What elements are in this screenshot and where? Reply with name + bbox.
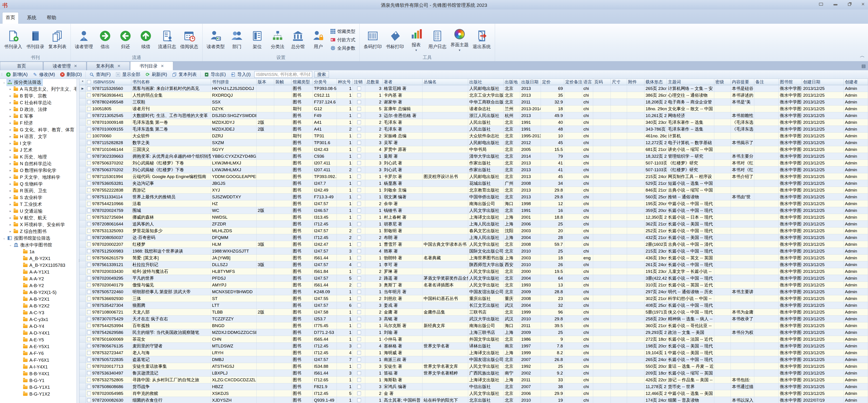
collapse-icon[interactable]: ⌄ [1, 80, 7, 84]
column-header-author[interactable]: 著者 [383, 79, 423, 85]
cancel-checkbox[interactable] [357, 236, 361, 239]
row-checkbox[interactable] [87, 100, 91, 104]
toolbar-grip[interactable]: ⁞ [1, 72, 2, 76]
tab-list-icon[interactable]: ▤ [862, 63, 866, 69]
sidebar-class-J[interactable]: ▸J 艺术 [0, 146, 76, 154]
row-checkbox[interactable] [87, 378, 91, 382]
cancel-checkbox[interactable] [357, 385, 361, 389]
table-row[interactable]: 9787501600069茶花女CHN图书I565.4411小仲马 著外国文学出… [80, 336, 868, 343]
ribbon-button-circulation-log[interactable]: 流通日志 [156, 29, 178, 51]
row-checkbox[interactable] [87, 331, 91, 334]
row-checkbox[interactable] [87, 385, 91, 389]
column-header-name[interactable]: 书刊名称 [131, 79, 211, 85]
table-row[interactable]: 9787552222838西游记XYJ图书I242.4911刘敬余 主编北京教育… [80, 187, 868, 194]
cancel-checkbox[interactable] [357, 229, 361, 233]
close-tab-icon[interactable]: ✕ [117, 64, 121, 68]
cancel-checkbox[interactable] [357, 331, 361, 334]
ribbon-button-payment-method[interactable]: 付款方式 [331, 37, 355, 43]
table-row[interactable]: 9787101046144三国演义SGYY图书I242.4314罗贯中 原著中华… [80, 146, 868, 153]
column-header-size[interactable]: 尺寸 [611, 79, 627, 85]
sidebar-shelf-A-C-Y3[interactable]: A-C-Y3 [0, 309, 76, 316]
restore-icon[interactable] [848, 3, 851, 6]
ribbon-button-borrow-status[interactable]: 借阅状态 [178, 29, 200, 51]
sidebar-class-S[interactable]: ▸S 农业科学 [0, 194, 76, 201]
column-header-place[interactable]: 出版地 [504, 79, 520, 85]
ribbon-button-return[interactable]: 归还 [116, 29, 135, 51]
expand-icon[interactable]: ▸ [8, 114, 13, 118]
tab-copy-list[interactable]: 复本列表✕ [87, 62, 130, 70]
row-checkbox[interactable] [87, 276, 91, 280]
cancel-checkbox[interactable] [357, 337, 361, 341]
table-row[interactable]: 9787805676135麦田里的守望者MTLDSWZ图书I712.4534塞林… [80, 343, 868, 349]
sidebar-class-D[interactable]: ▸D 政治、法律 [0, 106, 76, 113]
ribbon-button-user-log[interactable]: 用户日志 [427, 29, 448, 51]
table-row[interactable]: 9787505722835盗墓笔记DMBJ图书I247.5771南派三叔 著中国… [80, 356, 868, 363]
table-row[interactable]: 9787536340497鲁滨逊漂流记LBXPLJ图书I561.4431笛福 著… [80, 370, 868, 376]
sidebar-class-N[interactable]: ▸N 自然科学总论 [0, 160, 76, 167]
row-checkbox[interactable] [87, 297, 91, 300]
table-row[interactable]: 9787020002207红楼梦HLM3版图书I242.4711曹雪芹 著中国古… [80, 241, 868, 248]
table-row[interactable]: 9787535427304狼图腾LTT图书I247.5763姜戎 著长江文艺出版… [80, 302, 868, 309]
row-checkbox[interactable] [87, 256, 91, 260]
row-checkbox[interactable] [87, 121, 91, 124]
sidebar-class-F[interactable]: ▸F 经济 [0, 120, 76, 126]
ribbon-button-lend[interactable]: 借出 [95, 29, 115, 51]
tab-book-catalog[interactable]: 书刊目录✕ [130, 62, 173, 70]
expand-icon[interactable]: ▸ [8, 169, 13, 172]
cancel-checkbox[interactable] [357, 371, 361, 375]
cancel-checkbox[interactable] [357, 141, 361, 144]
expand-icon[interactable]: ▸ [8, 148, 13, 152]
row-checkbox[interactable] [87, 154, 91, 158]
expand-icon[interactable]: ▸ [8, 196, 13, 199]
sidebar-shelf-A-B-Y2X1[interactable]: A-B-Y2X1 [0, 296, 76, 302]
row-checkbox[interactable] [87, 168, 91, 172]
sidebar-shelf-B-B-Y4X1[interactable]: B-B-Y4X1 [0, 370, 76, 377]
sidebar-shelf-A-E-Y5[interactable]: A-E-Y5 [0, 336, 76, 343]
menu-system[interactable]: 系统 [24, 13, 39, 23]
table-row[interactable]: ▶9787115326560黑客与画家: 来自计算机时代的高见HKYHJ:LZJ… [80, 85, 868, 92]
cancel-checkbox[interactable] [357, 127, 361, 131]
cancel-checkbox[interactable] [357, 242, 361, 246]
sidebar-shelf-B-G-Y1X1[interactable]: B-G-Y1X1 [0, 384, 76, 391]
cancel-checkbox[interactable] [357, 107, 361, 111]
column-header-classno[interactable]: 分类号 [313, 79, 337, 85]
column-header-qty[interactable]: 总数量 [365, 79, 383, 85]
expand-icon[interactable]: ▸ [8, 135, 13, 138]
sidebar-class-K[interactable]: ▸K 历史、地理 [0, 154, 76, 160]
row-checkbox[interactable] [87, 242, 91, 246]
table-row[interactable]: 9787020024759围城WC2版图书I246.5711钱锺书 著人民文学出… [80, 207, 868, 214]
expand-icon[interactable]: ▸ [8, 128, 13, 132]
ribbon-button-reader-management[interactable]: 读者管理 [73, 29, 95, 51]
expand-icon[interactable]: ▸ [8, 175, 13, 179]
row-checkbox[interactable] [87, 269, 91, 273]
table-row[interactable]: 9787020049295平凡的世界PFDSJ图书I247.5752路遥 著茅盾… [80, 275, 868, 282]
ribbon-collapse-icon[interactable]: ︿ [860, 53, 865, 59]
row-checkbox[interactable] [87, 290, 91, 294]
cancel-checkbox[interactable] [357, 276, 361, 280]
sidebar-shelf-A_B-Y2X1[interactable]: A_B-Y2X1 [0, 255, 76, 262]
menu-help[interactable]: 帮助 [43, 13, 59, 23]
sidebar-shelf-A-E-Y5X1[interactable]: A-E-Y5X1 [0, 343, 76, 350]
column-header-series[interactable]: 丛编名 [423, 79, 468, 85]
row-checkbox[interactable] [87, 364, 91, 368]
sidebar-shelf-A-I-Y4X1[interactable]: A-I-Y4X1 [0, 364, 76, 370]
column-header-publisher[interactable]: 出版社 [468, 79, 504, 85]
column-header-type[interactable]: 馆藏类型 [291, 79, 313, 85]
row-checkbox[interactable] [87, 392, 91, 395]
table-row[interactable]: 9787536692930三体ST图书I247.5512刘慈欣 著中国科幻基石丛… [80, 295, 868, 302]
cancel-checkbox[interactable] [357, 215, 361, 219]
cancel-checkbox[interactable] [357, 188, 361, 192]
row-checkbox[interactable] [87, 87, 91, 90]
row-checkbox[interactable] [87, 202, 91, 206]
cancel-checkbox[interactable] [357, 378, 361, 382]
cancel-checkbox[interactable] [357, 317, 361, 321]
toolbar-refresh-button[interactable]: ⟳刷新(R) [144, 71, 168, 78]
row-checkbox[interactable] [87, 358, 91, 362]
cancel-checkbox[interactable] [357, 256, 361, 260]
close-tab-icon[interactable]: ✕ [74, 64, 77, 68]
sidebar-class-E[interactable]: ▸E 军事 [0, 113, 76, 120]
sidebar-shelf-A-A-Y1X1[interactable]: A-A-Y1X1 [0, 269, 76, 275]
row-checkbox[interactable] [87, 93, 91, 97]
table-row[interactable]: 9787531325093梦里花落知多少MLHLZDS图书I247.5721郭敬… [80, 228, 868, 234]
row-checkbox[interactable] [87, 324, 91, 328]
